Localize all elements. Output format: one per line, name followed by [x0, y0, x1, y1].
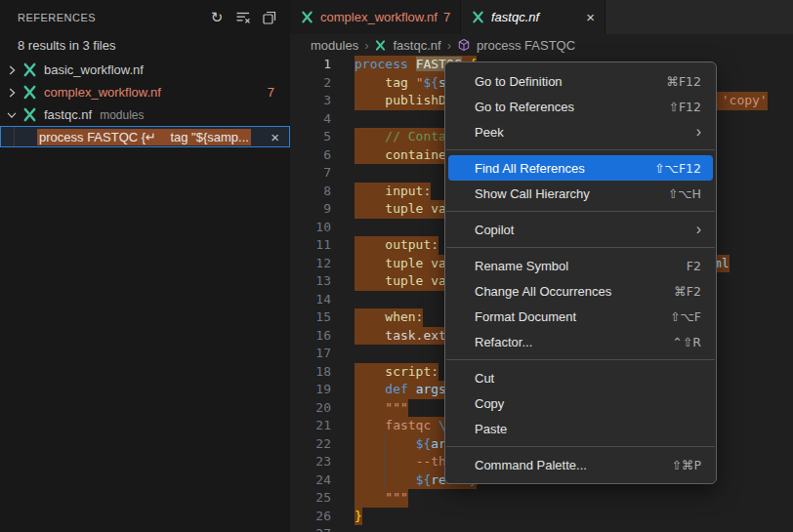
menu-item-label: Copy — [475, 396, 701, 411]
menu-separator — [446, 359, 715, 360]
line-number[interactable]: 15 — [290, 308, 331, 327]
tree-item-basic-workflow[interactable]: basic_workflow.nf — [0, 59, 290, 81]
line-number[interactable]: 20 — [290, 399, 331, 418]
code-line[interactable] — [355, 525, 793, 532]
line-number[interactable]: 17 — [290, 345, 331, 363]
menu-item-paste[interactable]: Paste — [448, 416, 713, 441]
menu-item-shortcut: ⇧⌘P — [671, 458, 701, 472]
code-token — [408, 57, 416, 71]
code-line[interactable]: } — [355, 508, 793, 526]
line-number[interactable]: 6 — [290, 146, 331, 165]
code-token — [408, 382, 416, 396]
references-panel: REFERENCES ↻ 8 results in 3 files — [0, 0, 290, 532]
dismiss-result-button[interactable]: × — [271, 130, 279, 144]
code-token: script: — [385, 364, 438, 379]
nextflow-file-icon — [374, 39, 387, 52]
chevron-down-icon[interactable] — [4, 108, 20, 122]
line-number[interactable]: 16 — [290, 327, 331, 346]
collapse-all-icon — [262, 10, 277, 25]
line-number[interactable]: 10 — [290, 219, 331, 237]
line-number[interactable]: 12 — [290, 255, 331, 273]
menu-separator — [446, 247, 715, 248]
tab-complex-workflow[interactable]: complex_workflow.nf 7 — [290, 0, 461, 34]
close-tab-button[interactable]: × — [586, 10, 595, 24]
menu-item-label: Find All References — [475, 161, 654, 176]
line-number[interactable]: 24 — [290, 471, 331, 490]
line-number[interactable]: 21 — [290, 417, 331, 435]
file-path-detail: modules — [100, 108, 144, 122]
line-number[interactable]: 2 — [290, 74, 331, 93]
breadcrumb-folder[interactable]: modules — [311, 38, 358, 53]
line-number[interactable]: 11 — [290, 236, 331, 255]
line-number[interactable]: 23 — [290, 453, 331, 471]
line-number[interactable]: 22 — [290, 435, 331, 454]
clear-all-button[interactable] — [234, 9, 252, 26]
line-number[interactable]: 9 — [290, 200, 331, 219]
breadcrumb-symbol[interactable]: process FASTQC — [477, 38, 575, 53]
reference-result-item[interactable]: process FASTQC {↵ tag "${samp... × — [0, 126, 290, 147]
chevron-right-icon[interactable] — [4, 63, 20, 77]
menu-item-go-to-definition[interactable]: Go to Definition⌘F12 — [448, 68, 713, 94]
line-number[interactable]: 7 — [290, 164, 331, 183]
code-token: ${ — [423, 75, 438, 90]
code-token: """ — [385, 490, 407, 505]
menu-item-refactor[interactable]: Refactor...⌃⇧R — [448, 329, 713, 354]
line-number[interactable]: 25 — [290, 489, 331, 508]
menu-item-rename-symbol[interactable]: Rename SymbolF2 — [448, 253, 713, 278]
line-number[interactable]: 26 — [290, 508, 331, 526]
chevron-right-icon[interactable] — [4, 86, 20, 100]
menu-item-label: Refactor... — [475, 335, 672, 349]
menu-item-shortcut: ⇧⌥F12 — [654, 161, 701, 176]
menu-item-command-palette[interactable]: Command Palette...⇧⌘P — [448, 452, 713, 477]
tab-fastqc[interactable]: fastqc.nf × — [461, 0, 605, 34]
submenu-arrow-icon: › — [696, 124, 701, 140]
line-number[interactable]: 18 — [290, 363, 331, 382]
menu-item-shortcut: ⇧⌥F — [670, 309, 701, 324]
line-number[interactable]: 27 — [290, 525, 331, 532]
nextflow-file-icon — [300, 10, 314, 24]
menu-item-show-call-hierarchy[interactable]: Show Call Hierarchy⇧⌥H — [448, 181, 713, 206]
menu-item-shortcut: ⇧F12 — [668, 100, 701, 114]
menu-item-cut[interactable]: Cut — [448, 365, 713, 390]
code-token: tag — [385, 75, 407, 90]
refresh-button[interactable]: ↻ — [208, 9, 226, 26]
line-number[interactable]: 5 — [290, 128, 331, 146]
menu-item-copy[interactable]: Copy — [448, 390, 713, 416]
line-number[interactable]: 1 — [290, 56, 331, 74]
line-number[interactable]: 4 — [290, 110, 331, 129]
code-token — [355, 237, 385, 252]
menu-item-change-all-occurrences[interactable]: Change All Occurrences⌘F2 — [448, 278, 713, 304]
collapse-all-button[interactable] — [261, 9, 278, 26]
code-token — [355, 364, 385, 379]
nextflow-file-icon — [21, 61, 38, 78]
code-token: tuple — [385, 256, 423, 270]
code-token — [355, 273, 385, 288]
tree-item-fastqc[interactable]: fastqc.nf modules — [0, 103, 290, 126]
line-number[interactable]: 3 — [290, 92, 331, 110]
menu-item-copilot[interactable]: Copilot› — [448, 217, 713, 242]
code-token: process — [355, 57, 408, 71]
tree-item-complex-workflow[interactable]: complex_workflow.nf 7 — [0, 81, 290, 103]
line-number-gutter: 1234567891011121314151617181920212223242… — [290, 56, 331, 532]
breadcrumb-file[interactable]: fastqc.nf — [393, 38, 440, 53]
reference-match-text: process FASTQC {↵ tag "${samp... — [37, 129, 251, 145]
breadcrumb: modules › fastqc.nf › process FASTQC — [290, 34, 793, 56]
menu-item-shortcut: ⌘F2 — [674, 284, 701, 299]
menu-item-format-document[interactable]: Format Document⇧⌥F — [448, 304, 713, 329]
menu-item-peek[interactable]: Peek› — [448, 119, 713, 144]
menu-item-find-all-references[interactable]: Find All References⇧⌥F12 — [448, 155, 713, 181]
tab-badge: 7 — [443, 10, 450, 24]
panel-title: REFERENCES — [18, 12, 208, 23]
line-number[interactable]: 14 — [290, 291, 331, 309]
code-line[interactable]: """ — [355, 489, 793, 508]
menu-item-go-to-references[interactable]: Go to References⇧F12 — [448, 94, 713, 119]
breadcrumb-separator: › — [364, 38, 368, 53]
panel-actions: ↻ — [208, 9, 278, 26]
editor-context-menu: Go to Definition⌘F12Go to References⇧F12… — [444, 61, 717, 484]
line-number[interactable]: 13 — [290, 272, 331, 291]
results-tree: basic_workflow.nf complex_workflow.nf 7 … — [0, 59, 290, 147]
line-number[interactable]: 8 — [290, 183, 331, 201]
menu-item-label: Go to Definition — [475, 74, 666, 89]
code-token: args — [416, 382, 446, 396]
line-number[interactable]: 19 — [290, 381, 331, 399]
